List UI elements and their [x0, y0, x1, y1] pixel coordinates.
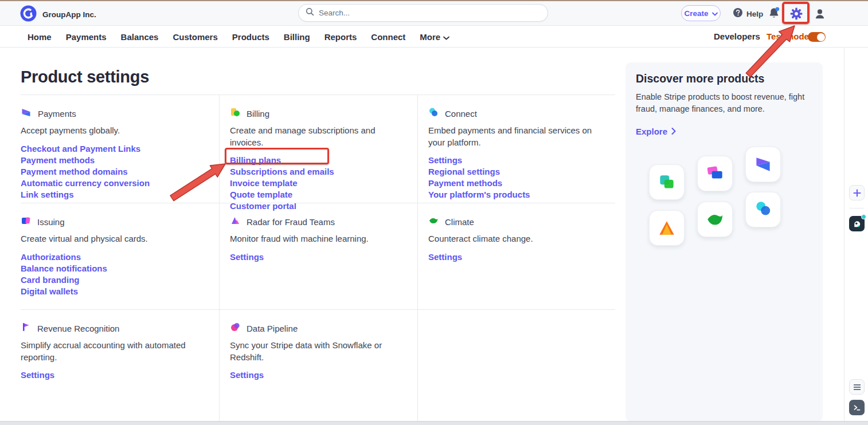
- notifications-button[interactable]: [767, 6, 781, 20]
- brand-name: GroupApp Inc.: [42, 10, 96, 19]
- search-input[interactable]: [319, 9, 541, 17]
- link-checkout-and-payment-links[interactable]: Checkout and Payment Links: [21, 143, 202, 155]
- account-button[interactable]: [813, 7, 827, 21]
- nav-more-label: More: [420, 32, 440, 42]
- payment-links-icon: [656, 172, 677, 192]
- section-title: Data Pipeline: [247, 324, 298, 333]
- logo-icon: [19, 5, 37, 25]
- issuing-icon: [21, 215, 31, 228]
- gear-icon: [789, 7, 803, 21]
- payments-arrow-icon: [753, 154, 773, 175]
- nav-balances[interactable]: Balances: [121, 32, 159, 42]
- link-data-pipeline-settings[interactable]: Settings: [230, 369, 400, 381]
- link-quote-template[interactable]: Quote template: [230, 189, 400, 200]
- section-description: Sync your Stripe data with Snowflake or …: [230, 340, 400, 363]
- rail-divider: [844, 48, 844, 421]
- link-authorizations[interactable]: Authorizations: [21, 251, 202, 263]
- link-revenue-recognition-settings[interactable]: Settings: [21, 369, 202, 381]
- test-mode-toggle[interactable]: [808, 32, 826, 42]
- nav-reports[interactable]: Reports: [324, 32, 357, 42]
- section-title: Radar for Fraud Teams: [247, 217, 335, 227]
- nav-developers[interactable]: Developers: [714, 32, 760, 41]
- nav-products[interactable]: Products: [232, 32, 269, 42]
- link-your-platforms-products[interactable]: Your platform's products: [428, 189, 598, 200]
- link-balance-notifications[interactable]: Balance notifications: [21, 263, 202, 274]
- create-button[interactable]: Create: [681, 5, 721, 21]
- connect-circles-icon: [753, 199, 773, 220]
- chevron-down-icon: [443, 32, 449, 42]
- link-radar-settings[interactable]: Settings: [230, 251, 400, 263]
- link-connect-settings[interactable]: Settings: [428, 155, 598, 166]
- link-billing-plans[interactable]: Billing plans: [230, 155, 400, 166]
- link-climate-settings[interactable]: Settings: [428, 251, 598, 263]
- create-button-label: Create: [684, 9, 708, 18]
- link-card-branding[interactable]: Card branding: [21, 274, 202, 286]
- discover-description: Enable Stripe products to boost revenue,…: [636, 91, 812, 115]
- test-mode-label: Test mode: [767, 32, 809, 41]
- section-billing: Billing Create and manage subscriptions …: [219, 95, 417, 203]
- nav-billing[interactable]: Billing: [284, 32, 310, 42]
- bottom-scrollbar[interactable]: [0, 421, 868, 425]
- link-regional-settings[interactable]: Regional settings: [428, 166, 598, 178]
- add-button[interactable]: [849, 185, 865, 200]
- link-automatic-currency-conversion[interactable]: Automatic currency conversion: [21, 178, 202, 189]
- link-link-settings[interactable]: Link settings: [21, 189, 202, 200]
- user-icon: [813, 7, 827, 21]
- list-icon: [853, 384, 861, 391]
- revenue-recognition-icon: [21, 322, 31, 335]
- tile-atlas[interactable]: [649, 210, 685, 246]
- link-subscriptions-and-emails[interactable]: Subscriptions and emails: [230, 166, 400, 178]
- section-connect: Connect Embed payments and financial ser…: [417, 95, 615, 203]
- nav-customers[interactable]: Customers: [173, 32, 217, 42]
- explore-link[interactable]: Explore: [636, 127, 812, 136]
- rail-separator: [849, 208, 864, 208]
- section-radar: Radar for Fraud Teams Monitor fraud with…: [219, 203, 417, 309]
- nav-connect[interactable]: Connect: [371, 32, 405, 42]
- section-payments: Payments Accept payments globally. Check…: [21, 95, 219, 203]
- payments-icon: [21, 107, 32, 120]
- list-button[interactable]: [849, 379, 865, 395]
- link-connect-payment-methods[interactable]: Payment methods: [428, 178, 598, 189]
- tile-payments[interactable]: [745, 147, 781, 182]
- plus-icon: [853, 189, 861, 197]
- link-invoice-template[interactable]: Invoice template: [230, 178, 400, 189]
- section-description: Accept payments globally.: [21, 125, 202, 137]
- nav-home[interactable]: Home: [28, 32, 52, 42]
- terminal-button[interactable]: [849, 400, 865, 415]
- issuing-cards-icon: [705, 163, 725, 184]
- section-title: Payments: [38, 109, 76, 119]
- discover-panel: Discover more products Enable Stripe pro…: [625, 62, 823, 422]
- tile-issuing-cards[interactable]: [697, 156, 733, 191]
- section-title: Billing: [247, 109, 269, 119]
- explore-label: Explore: [636, 127, 667, 136]
- help-label: Help: [746, 10, 763, 18]
- toggle-knob: [817, 33, 825, 41]
- link-payment-method-domains[interactable]: Payment method domains: [21, 166, 202, 178]
- terminal-icon: [853, 403, 861, 412]
- settings-button[interactable]: [789, 7, 803, 21]
- link-digital-wallets[interactable]: Digital wallets: [21, 286, 202, 297]
- tile-payment-links[interactable]: [649, 164, 685, 200]
- section-description: Create virtual and physical cards.: [21, 233, 202, 245]
- section-title: Revenue Recognition: [37, 324, 119, 333]
- topbar: GroupApp Inc. Create Help: [0, 1, 868, 26]
- tile-connect[interactable]: [745, 192, 781, 227]
- assistant-status-dot: [861, 214, 866, 219]
- discover-title: Discover more products: [636, 72, 812, 85]
- tile-capital[interactable]: [697, 202, 733, 237]
- search-bar[interactable]: [298, 4, 548, 22]
- section-issuing: Issuing Create virtual and physical card…: [21, 203, 219, 309]
- search-icon: [306, 7, 314, 18]
- help-button[interactable]: Help: [733, 7, 763, 20]
- section-title: Climate: [445, 217, 474, 227]
- chevron-down-icon: [712, 9, 718, 18]
- assistant-button[interactable]: [849, 216, 865, 231]
- nav-more[interactable]: More: [420, 32, 449, 42]
- assistant-icon: [852, 219, 862, 229]
- brand[interactable]: GroupApp Inc.: [19, 5, 96, 25]
- link-payment-methods[interactable]: Payment methods: [21, 155, 202, 166]
- data-pipeline-icon: [230, 322, 240, 335]
- section-description: Counteract climate change.: [428, 233, 598, 245]
- product-settings-grid: Payments Accept payments globally. Check…: [21, 95, 615, 422]
- nav-payments[interactable]: Payments: [66, 32, 107, 42]
